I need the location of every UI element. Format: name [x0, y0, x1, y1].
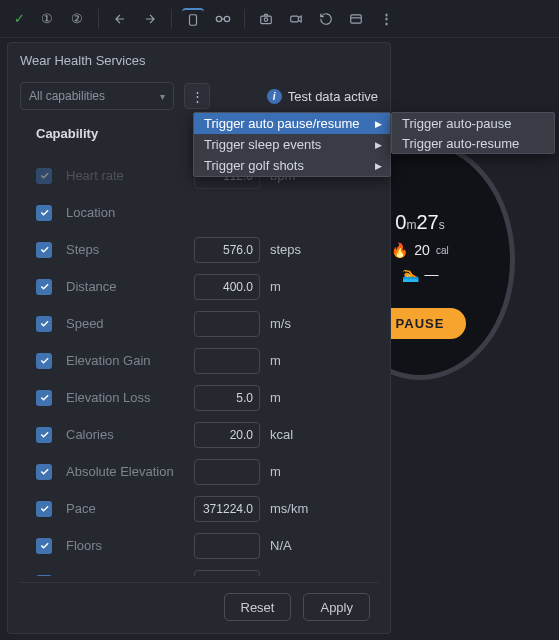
reset-button[interactable]: Reset [224, 593, 292, 621]
submenu-label: Trigger auto-pause [402, 116, 511, 131]
checkbox[interactable] [36, 279, 52, 295]
watch-calories-unit: cal [436, 245, 449, 256]
capabilities-select-label: All capabilities [29, 89, 105, 103]
forward-icon[interactable] [139, 8, 161, 30]
panel-title: Wear Health Services [20, 53, 378, 68]
cap-input[interactable] [194, 385, 260, 411]
submenu-auto-pause[interactable]: Trigger auto-pause [392, 113, 554, 133]
cap-pace: Pace ms/km [36, 490, 378, 527]
capability-list: Heart rate bpm Location Steps steps Dist… [20, 157, 378, 576]
cap-label: Pace [66, 501, 194, 516]
submenu-auto-resume[interactable]: Trigger auto-resume [392, 133, 554, 153]
menu-trigger-auto-pause-resume[interactable]: Trigger auto pause/resume ▶ [194, 113, 390, 134]
checkbox[interactable] [36, 390, 52, 406]
cap-location: Location [36, 194, 378, 231]
rotate-icon[interactable] [315, 8, 337, 30]
cap-elev-gain: Elevation Gain m [36, 342, 378, 379]
separator [98, 9, 99, 29]
watch-dash: — [425, 266, 439, 282]
test-data-label: Test data active [288, 89, 378, 104]
watch-swim-row: 🏊 — [402, 266, 439, 282]
panel-footer: Reset Apply [20, 582, 378, 625]
clock1-icon[interactable]: ① [36, 8, 58, 30]
watch-sec: 27 [416, 211, 438, 233]
chevron-right-icon: ▶ [375, 140, 382, 150]
context-menu: Trigger auto pause/resume ▶ Trigger slee… [193, 112, 391, 177]
cap-input[interactable] [194, 533, 260, 559]
checkbox[interactable] [36, 353, 52, 369]
apply-button[interactable]: Apply [303, 593, 370, 621]
cap-input[interactable] [194, 459, 260, 485]
cap-label: Absolute Elevation [66, 464, 194, 479]
cap-unit: m [270, 464, 281, 479]
cap-label: Distance [66, 279, 194, 294]
cap-unit: steps [270, 242, 301, 257]
watch-calories: 20 [414, 242, 430, 258]
menu-item-label: Trigger golf shots [204, 158, 304, 173]
svg-rect-6 [351, 14, 362, 22]
device-icon[interactable] [182, 8, 204, 30]
cap-input[interactable] [194, 570, 260, 577]
cap-distance: Distance m [36, 268, 378, 305]
camera-icon[interactable] [255, 8, 277, 30]
cap-input[interactable] [194, 237, 260, 263]
watch-min: 0 [395, 211, 406, 233]
checkbox[interactable] [36, 316, 52, 332]
more-icon[interactable]: ⋮ [375, 8, 397, 30]
cap-speed: Speed m/s [36, 305, 378, 342]
watch-calories-row: 🔥 20 cal [391, 242, 448, 258]
video-icon[interactable] [285, 8, 307, 30]
glasses-icon[interactable] [212, 8, 234, 30]
cap-elev-loss: Elevation Loss m [36, 379, 378, 416]
cap-label: Steps [66, 242, 194, 257]
svg-rect-3 [261, 16, 272, 24]
chevron-down-icon: ▾ [160, 91, 165, 102]
layout-icon[interactable] [345, 8, 367, 30]
menu-item-label: Trigger auto pause/resume [204, 116, 360, 131]
menu-trigger-sleep[interactable]: Trigger sleep events ▶ [194, 134, 390, 155]
cap-label: Calories [66, 427, 194, 442]
cap-calories: Calories kcal [36, 416, 378, 453]
cap-input[interactable] [194, 496, 260, 522]
cap-label: Floors [66, 538, 194, 553]
clock2-icon[interactable]: ② [66, 8, 88, 30]
chevron-right-icon: ▶ [375, 161, 382, 171]
svg-point-4 [264, 17, 268, 20]
svg-point-1 [216, 16, 221, 21]
cap-input[interactable] [194, 422, 260, 448]
swim-icon: 🏊 [402, 266, 419, 282]
separator [171, 9, 172, 29]
capabilities-select[interactable]: All capabilities ▾ [20, 82, 174, 110]
menu-trigger-golf[interactable]: Trigger golf shots ▶ [194, 155, 390, 176]
cap-steps: Steps steps [36, 231, 378, 268]
checkbox[interactable] [36, 501, 52, 517]
cap-unit: m [270, 390, 281, 405]
checkbox[interactable] [36, 575, 52, 577]
kebab-button[interactable]: ⋮ [184, 83, 210, 109]
context-submenu: Trigger auto-pause Trigger auto-resume [391, 112, 555, 154]
cap-unit: m/s [270, 316, 291, 331]
watch-min-unit: m [406, 218, 416, 232]
cap-steps-min: Steps per min steps/min [36, 564, 378, 576]
cap-abs-elev: Absolute Elevation m [36, 453, 378, 490]
cap-label: Elevation Loss [66, 390, 194, 405]
checkbox[interactable] [36, 538, 52, 554]
cap-label: Steps per min [66, 575, 194, 576]
checkbox[interactable] [36, 464, 52, 480]
test-data-badge: i Test data active [267, 89, 378, 104]
cap-unit: steps/min [270, 575, 326, 576]
back-icon[interactable] [109, 8, 131, 30]
checkbox[interactable] [36, 427, 52, 443]
checkbox[interactable] [36, 242, 52, 258]
check-icon: ✓ [10, 11, 28, 26]
cap-input[interactable] [194, 311, 260, 337]
cap-label: Location [66, 205, 194, 220]
cap-label: Speed [66, 316, 194, 331]
checkbox[interactable] [36, 205, 52, 221]
cap-input[interactable] [194, 348, 260, 374]
cap-input[interactable] [194, 274, 260, 300]
cap-floors: Floors N/A [36, 527, 378, 564]
checkbox[interactable] [36, 168, 52, 184]
panel-controls-row: All capabilities ▾ ⋮ i Test data active [20, 82, 378, 110]
submenu-label: Trigger auto-resume [402, 136, 519, 151]
